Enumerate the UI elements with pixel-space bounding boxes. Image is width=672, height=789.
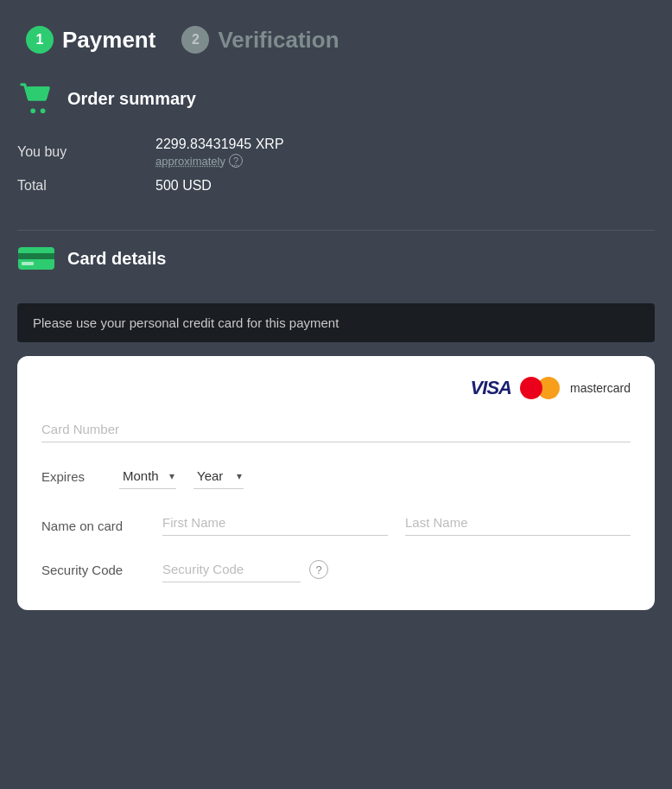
order-summary-section: Order summary You buy 2299.83431945 XRP … <box>17 80 655 199</box>
last-name-input[interactable] <box>405 510 631 536</box>
order-row-total: Total 500 USD <box>17 173 655 199</box>
card-details-section: Card details <box>17 245 655 286</box>
svg-rect-4 <box>22 262 34 265</box>
card-details-title-row: Card details <box>17 245 655 272</box>
step-1-circle: 1 <box>26 26 54 54</box>
total-label: Total <box>17 173 155 199</box>
month-select[interactable]: Month010203040506070809101112 <box>119 463 176 489</box>
security-help-icon[interactable]: ? <box>309 560 328 579</box>
security-code-row: Security Code ? <box>41 557 631 582</box>
svg-point-0 <box>30 108 35 113</box>
steps-header: 1 Payment 2 Verification <box>17 26 339 54</box>
name-on-card-row: Name on card <box>41 510 631 536</box>
card-logos: VISA mastercard <box>41 377 631 399</box>
year-select[interactable]: Year2024202520262027202820292030 <box>193 463 244 489</box>
expires-label: Expires <box>41 469 102 484</box>
mastercard-circle-left <box>520 377 542 399</box>
mastercard-logo: mastercard <box>520 377 631 399</box>
card-number-field <box>41 417 631 442</box>
card-number-input[interactable] <box>41 417 631 442</box>
cart-svg <box>20 82 53 115</box>
month-select-wrap: Month010203040506070809101112 <box>119 463 176 489</box>
step-payment: 1 Payment <box>26 26 155 54</box>
step-2-label: Verification <box>218 27 339 54</box>
card-details-title: Card details <box>67 249 166 269</box>
year-select-wrap: Year2024202520262027202820292030 <box>193 463 244 489</box>
name-fields <box>162 510 631 536</box>
order-table: You buy 2299.83431945 XRP approximately … <box>17 131 655 199</box>
you-buy-label: You buy <box>17 131 155 173</box>
approximately-row: approximately ? <box>155 154 655 168</box>
security-code-input[interactable] <box>162 557 301 582</box>
cart-icon <box>17 80 55 118</box>
expires-row: Expires Month010203040506070809101112 Ye… <box>41 463 631 489</box>
approximately-help-icon[interactable]: ? <box>229 154 243 168</box>
security-code-label: Security Code <box>41 563 145 577</box>
order-summary-title-row: Order summary <box>17 80 655 118</box>
order-row-buy: You buy 2299.83431945 XRP approximately … <box>17 131 655 173</box>
total-value: 500 USD <box>155 173 655 199</box>
warning-bar: Please use your personal credit card for… <box>17 303 655 342</box>
first-name-input[interactable] <box>162 510 388 536</box>
svg-point-1 <box>41 108 46 113</box>
visa-logo: VISA <box>471 377 511 399</box>
order-summary-title: Order summary <box>67 89 196 109</box>
step-1-label: Payment <box>62 27 155 54</box>
you-buy-value: 2299.83431945 XRP approximately ? <box>155 131 655 173</box>
section-divider <box>17 230 655 231</box>
expires-selects: Month010203040506070809101112 Year202420… <box>119 463 244 489</box>
name-on-card-label: Name on card <box>41 510 145 533</box>
svg-rect-3 <box>18 253 54 259</box>
card-form: VISA mastercard Expires Month01020304050… <box>17 356 655 610</box>
mastercard-label: mastercard <box>570 381 631 395</box>
security-field-wrap: ? <box>162 557 328 582</box>
card-icon <box>17 245 55 272</box>
card-svg <box>17 245 55 272</box>
step-2-circle: 2 <box>181 26 209 54</box>
step-verification: 2 Verification <box>181 26 339 54</box>
